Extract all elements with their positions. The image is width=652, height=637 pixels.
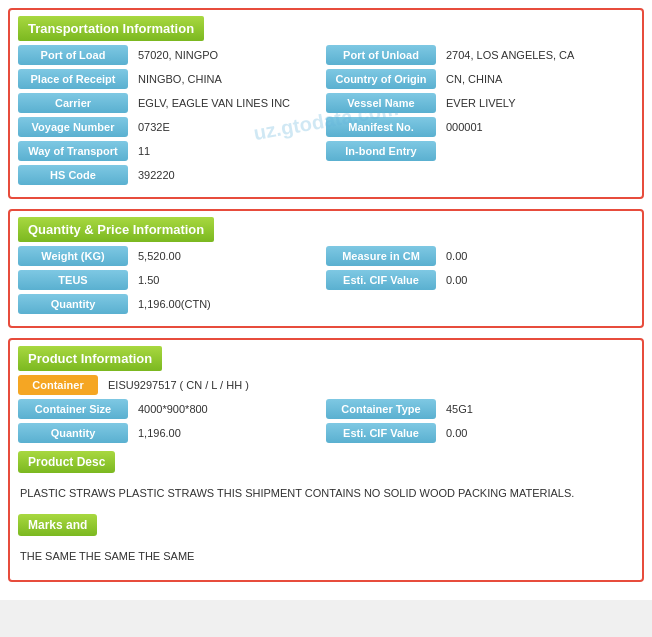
field-row-5: Way of Transport 11 In-bond Entry (18, 141, 634, 161)
product-section: Product Information Container EISU929751… (8, 338, 644, 582)
voyage-number-value: 0732E (134, 119, 326, 135)
esti-cif-value-value: 0.00 (442, 272, 634, 288)
product-esti-cif-field: Esti. CIF Value 0.00 (326, 423, 634, 443)
country-of-origin-value: CN, CHINA (442, 71, 634, 87)
port-of-unload-field: Port of Unload 2704, LOS ANGELES, CA (326, 45, 634, 65)
in-bond-entry-value (442, 149, 634, 153)
in-bond-entry-label: In-bond Entry (326, 141, 436, 161)
container-value: EISU9297517 ( CN / L / HH ) (104, 377, 634, 393)
country-of-origin-field: Country of Origin CN, CHINA (326, 69, 634, 89)
qty-field-row-3: Quantity 1,196.00(CTN) (18, 294, 634, 314)
teus-value: 1.50 (134, 272, 326, 288)
product-desc-row: Product Desc (18, 447, 634, 477)
esti-cif-value-field: Esti. CIF Value 0.00 (326, 270, 634, 290)
container-type-value: 45G1 (442, 401, 634, 417)
vessel-name-field: Vessel Name EVER LIVELY (326, 93, 634, 113)
product-quantity-label: Quantity (18, 423, 128, 443)
manifest-no-field: Manifest No. 000001 (326, 117, 634, 137)
weight-label: Weight (KG) (18, 246, 128, 266)
field-row-3: Carrier EGLV, EAGLE VAN LINES INC Vessel… (18, 93, 634, 113)
voyage-number-field: Voyage Number 0732E (18, 117, 326, 137)
quantity-fields: Weight (KG) 5,520.00 Measure in CM 0.00 … (10, 246, 642, 326)
product-quantity-field: Quantity 1,196.00 (18, 423, 326, 443)
product-fields: Container EISU9297517 ( CN / L / HH ) Co… (10, 375, 642, 580)
port-of-load-label: Port of Load (18, 45, 128, 65)
quantity-section: Quantity & Price Information Weight (KG)… (8, 209, 644, 328)
product-quantity-value: 1,196.00 (134, 425, 326, 441)
qty-field-row-2: TEUS 1.50 Esti. CIF Value 0.00 (18, 270, 634, 290)
weight-value: 5,520.00 (134, 248, 326, 264)
country-of-origin-label: Country of Origin (326, 69, 436, 89)
transportation-section: Transportation Information uz.gtodata.co… (8, 8, 644, 199)
weight-field: Weight (KG) 5,520.00 (18, 246, 326, 266)
manifest-no-value: 000001 (442, 119, 634, 135)
port-of-load-field: Port of Load 57020, NINGPO (18, 45, 326, 65)
quantity-label: Quantity (18, 294, 128, 314)
port-of-unload-value: 2704, LOS ANGELES, CA (442, 47, 634, 63)
carrier-value: EGLV, EAGLE VAN LINES INC (134, 95, 326, 111)
transportation-fields: uz.gtodata.com Port of Load 57020, NINGP… (10, 45, 642, 197)
in-bond-entry-field: In-bond Entry (326, 141, 634, 161)
product-esti-cif-value: 0.00 (442, 425, 634, 441)
teus-field: TEUS 1.50 (18, 270, 326, 290)
quantity-header: Quantity & Price Information (18, 217, 214, 242)
container-size-value: 4000*900*800 (134, 401, 326, 417)
manifest-no-label: Manifest No. (326, 117, 436, 137)
container-type-field: Container Type 45G1 (326, 399, 634, 419)
container-type-label: Container Type (326, 399, 436, 419)
product-field-row-1: Container Size 4000*900*800 Container Ty… (18, 399, 634, 419)
marks-row: Marks and (18, 510, 634, 540)
quantity-value: 1,196.00(CTN) (134, 296, 326, 312)
product-field-row-2: Quantity 1,196.00 Esti. CIF Value 0.00 (18, 423, 634, 443)
measure-in-cm-field: Measure in CM 0.00 (326, 246, 634, 266)
carrier-field: Carrier EGLV, EAGLE VAN LINES INC (18, 93, 326, 113)
carrier-label: Carrier (18, 93, 128, 113)
hs-code-label: HS Code (18, 165, 128, 185)
container-row: Container EISU9297517 ( CN / L / HH ) (18, 375, 634, 395)
marks-text-row: THE SAME THE SAME THE SAME (18, 544, 634, 569)
product-desc-text: PLASTIC STRAWS PLASTIC STRAWS THIS SHIPM… (18, 481, 576, 506)
container-size-label: Container Size (18, 399, 128, 419)
container-size-field: Container Size 4000*900*800 (18, 399, 326, 419)
measure-in-cm-value: 0.00 (442, 248, 634, 264)
vessel-name-value: EVER LIVELY (442, 95, 634, 111)
way-of-transport-field: Way of Transport 11 (18, 141, 326, 161)
product-header: Product Information (18, 346, 162, 371)
vessel-name-label: Vessel Name (326, 93, 436, 113)
esti-cif-value-label: Esti. CIF Value (326, 270, 436, 290)
field-row-2: Place of Receipt NINGBO, CHINA Country o… (18, 69, 634, 89)
product-desc-text-row: PLASTIC STRAWS PLASTIC STRAWS THIS SHIPM… (18, 481, 634, 506)
qty-field-row-1: Weight (KG) 5,520.00 Measure in CM 0.00 (18, 246, 634, 266)
product-esti-cif-label: Esti. CIF Value (326, 423, 436, 443)
transportation-header: Transportation Information (18, 16, 204, 41)
place-of-receipt-field: Place of Receipt NINGBO, CHINA (18, 69, 326, 89)
voyage-number-label: Voyage Number (18, 117, 128, 137)
container-label: Container (18, 375, 98, 395)
way-of-transport-label: Way of Transport (18, 141, 128, 161)
marks-text: THE SAME THE SAME THE SAME (18, 544, 196, 569)
marks-header: Marks and (18, 514, 97, 536)
port-of-unload-label: Port of Unload (326, 45, 436, 65)
port-of-load-value: 57020, NINGPO (134, 47, 326, 63)
measure-in-cm-label: Measure in CM (326, 246, 436, 266)
page-wrapper: Transportation Information uz.gtodata.co… (0, 0, 652, 600)
product-desc-header: Product Desc (18, 451, 115, 473)
teus-label: TEUS (18, 270, 128, 290)
quantity-field: Quantity 1,196.00(CTN) (18, 294, 326, 314)
place-of-receipt-value: NINGBO, CHINA (134, 71, 326, 87)
hs-code-value: 392220 (134, 167, 326, 183)
place-of-receipt-label: Place of Receipt (18, 69, 128, 89)
field-row-6: HS Code 392220 (18, 165, 634, 185)
field-row-1: Port of Load 57020, NINGPO Port of Unloa… (18, 45, 634, 65)
field-row-4: Voyage Number 0732E Manifest No. 000001 (18, 117, 634, 137)
way-of-transport-value: 11 (134, 143, 326, 159)
hs-code-field: HS Code 392220 (18, 165, 326, 185)
